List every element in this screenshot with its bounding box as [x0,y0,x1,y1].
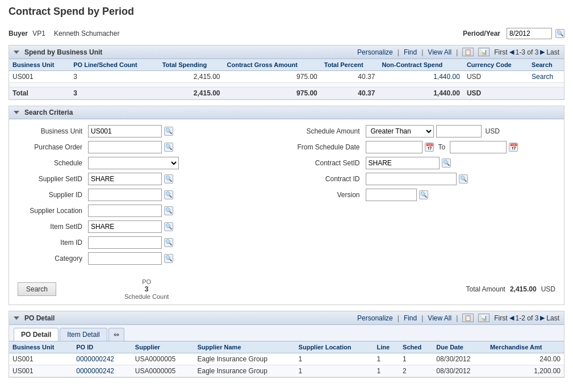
spend-total-count: 3 [70,87,158,99]
tab-po-detail[interactable]: PO Detail [14,328,58,341]
spend-find-link[interactable]: Find [404,48,417,56]
spend-first-label: First [494,48,507,56]
item-id-input[interactable] [88,236,162,249]
from-date-input[interactable] [366,141,423,153]
category-input[interactable] [88,252,162,265]
to-date-calendar[interactable]: 📅 [509,143,518,152]
spend-viewall-link[interactable]: View All [428,48,451,56]
version-input[interactable] [366,189,417,201]
version-lookup[interactable]: 🔍 [419,190,428,199]
po-count-value: 3 [145,285,149,293]
item-setid-input[interactable] [88,220,162,233]
po-row-0: US001 0000000242 USA0000005 Eagle Insura… [9,353,564,365]
col-search: Search [528,59,564,71]
spend-total-spending: 2,415.00 [159,87,224,99]
po-prev-btn[interactable]: ◀ [509,314,514,322]
po-id-0[interactable]: 0000000242 [73,353,132,365]
item-id-lookup[interactable]: 🔍 [164,238,173,247]
supplier-location-input[interactable] [88,205,162,217]
po-viewall-link[interactable]: View All [428,314,451,322]
po-line-1: 1 [374,365,400,377]
period-input[interactable] [507,28,552,39]
col-non-contract: Non-Contract Spend [378,59,463,71]
supplier-id-label: Supplier ID [18,191,86,199]
schedule-amount-row: Schedule Amount Greater Than Less Than E… [295,125,556,137]
po-id-1[interactable]: 0000000242 [73,365,132,377]
supplier-location-row: Supplier Location 🔍 [18,205,278,217]
from-date-calendar[interactable]: 📅 [425,143,434,152]
spend-prev-btn[interactable]: ◀ [509,48,514,56]
to-date-input[interactable] [450,141,507,153]
category-lookup[interactable]: 🔍 [164,254,173,263]
search-button[interactable]: Search [18,282,56,296]
po-find-link[interactable]: Find [404,314,417,322]
po-collapse-icon[interactable] [14,316,19,320]
spend-collapse-icon[interactable] [14,51,19,54]
spend-grid-icon[interactable]: 📋 [462,48,474,56]
po-id-link-0[interactable]: 0000000242 [76,355,114,363]
schedule-amount-input[interactable] [436,125,482,137]
spend-po-count: 3 [70,71,158,83]
period-lookup-icon[interactable]: 🔍 [555,29,564,38]
spend-search-link-cell[interactable]: Search [528,71,564,83]
supplier-id-input[interactable] [88,189,162,201]
business-unit-input[interactable] [88,125,162,137]
po-grid-icon[interactable]: 📋 [462,314,474,322]
spend-total-currency: USD [463,87,528,99]
schedule-amount-select[interactable]: Greater Than Less Than Equal To [366,125,434,137]
spend-total-empty [528,87,564,99]
purchase-order-lookup[interactable]: 🔍 [164,143,173,152]
business-unit-lookup[interactable]: 🔍 [164,127,173,136]
spend-total-pct: 40.37 [321,87,379,99]
contract-id-input[interactable] [366,173,457,185]
contract-setid-lookup[interactable]: 🔍 [442,159,451,168]
tab-item-detail[interactable]: Item Detail [60,328,107,341]
supplier-id-lookup[interactable]: 🔍 [164,190,173,199]
contract-id-lookup[interactable]: 🔍 [459,174,468,184]
po-table: Business Unit PO ID Supplier Supplier Na… [9,341,564,377]
spend-total: 2,415.00 [159,71,224,83]
criteria-collapse-icon[interactable] [14,111,19,114]
criteria-section-title: Search Criteria [24,109,73,116]
item-setid-row: Item SetID 🔍 [18,220,278,233]
contract-setid-input[interactable] [366,157,440,169]
po-section-title: PO Detail [24,314,55,322]
buyer-label: Buyer [9,30,28,37]
spend-next-btn[interactable]: ▶ [540,48,545,56]
po-sched-0: 1 [399,353,433,365]
po-next-btn[interactable]: ▶ [540,314,545,322]
spend-chart-icon[interactable]: 📊 [478,48,490,56]
category-label: Category [18,255,86,262]
purchase-order-label: Purchase Order [18,143,86,151]
supplier-location-lookup[interactable]: 🔍 [164,206,173,215]
tab-more-icon[interactable]: ⇔ [108,328,124,341]
schedule-label: Schedule [18,159,86,167]
po-col-merch-amt: Merchandise Amt [487,341,564,353]
contract-setid-label: Contract SetID [295,159,363,167]
col-total-spending: Total Spending [159,59,224,71]
po-col-due-date: Due Date [433,341,487,353]
supplier-setid-input[interactable] [88,173,162,185]
spend-personalize-link[interactable]: Personalize [357,48,393,56]
po-col-bu: Business Unit [9,341,73,353]
po-id-link-1[interactable]: 0000000242 [76,367,114,375]
po-chart-icon[interactable]: 📊 [478,314,490,322]
business-unit-label: Business Unit [18,127,86,135]
total-amount-value: 2,415.00 [510,285,537,293]
po-personalize-link[interactable]: Personalize [357,314,393,322]
po-pager-text: 1-2 of 3 [516,314,539,322]
supplier-setid-lookup[interactable]: 🔍 [164,174,173,184]
contract-setid-row: Contract SetID 🔍 [295,157,556,169]
po-supplier-loc-0: 1 [295,353,374,365]
po-bu-0: US001 [9,353,73,365]
contract-id-label: Contract ID [295,175,363,183]
schedule-amount-label: Schedule Amount [295,127,363,135]
item-setid-lookup[interactable]: 🔍 [164,222,173,231]
spend-empty-row [9,83,564,87]
purchase-order-input[interactable] [88,141,162,153]
schedule-select[interactable] [88,157,179,169]
po-merch-1: 1,200.00 [487,365,564,377]
supplier-setid-label: Supplier SetID [18,175,86,183]
total-amount-label: Total Amount [466,285,505,293]
spend-search-link[interactable]: Search [532,73,553,81]
